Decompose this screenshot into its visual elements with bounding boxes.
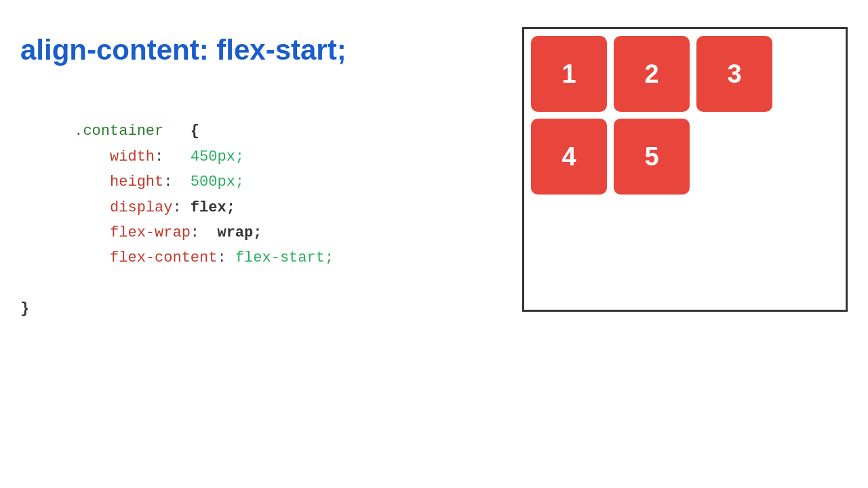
flex-item-4: 4 bbox=[531, 119, 607, 195]
open-brace: { bbox=[163, 123, 199, 140]
page-heading: align-content: flex-start; bbox=[20, 34, 495, 66]
right-panel: 1 2 3 4 5 bbox=[522, 27, 848, 312]
prop-flex-content: flex-content bbox=[110, 249, 217, 266]
val-display: flex; bbox=[191, 199, 235, 216]
flex-item-5: 5 bbox=[614, 119, 690, 195]
prop-flex-wrap: flex-wrap bbox=[110, 224, 191, 241]
val-flex-wrap: wrap; bbox=[217, 224, 262, 241]
code-indent bbox=[74, 224, 110, 241]
prop-width: width bbox=[110, 148, 155, 165]
css-selector: .container bbox=[74, 123, 163, 140]
code-indent bbox=[74, 174, 110, 190]
left-panel: align-content: flex-start; .container { … bbox=[20, 27, 495, 347]
prop-display: display bbox=[110, 199, 172, 216]
code-indent bbox=[74, 199, 110, 216]
flex-item-3: 3 bbox=[696, 36, 772, 112]
val-width: 450px; bbox=[191, 148, 244, 165]
demo-outer-box: 1 2 3 4 5 bbox=[522, 27, 848, 312]
flex-item-1: 1 bbox=[531, 36, 607, 112]
demo-container: 1 2 3 4 5 bbox=[531, 36, 839, 303]
close-brace: } bbox=[20, 300, 29, 317]
val-flex-content: flex-start; bbox=[235, 249, 334, 266]
code-block: .container { width: 450px; height: 500px… bbox=[20, 94, 495, 347]
page-layout: align-content: flex-start; .container { … bbox=[0, 0, 868, 488]
val-height: 500px; bbox=[191, 174, 244, 190]
flex-item-2: 2 bbox=[614, 36, 690, 112]
prop-height: height bbox=[110, 174, 163, 190]
code-indent bbox=[74, 249, 110, 266]
code-indent bbox=[74, 148, 110, 165]
